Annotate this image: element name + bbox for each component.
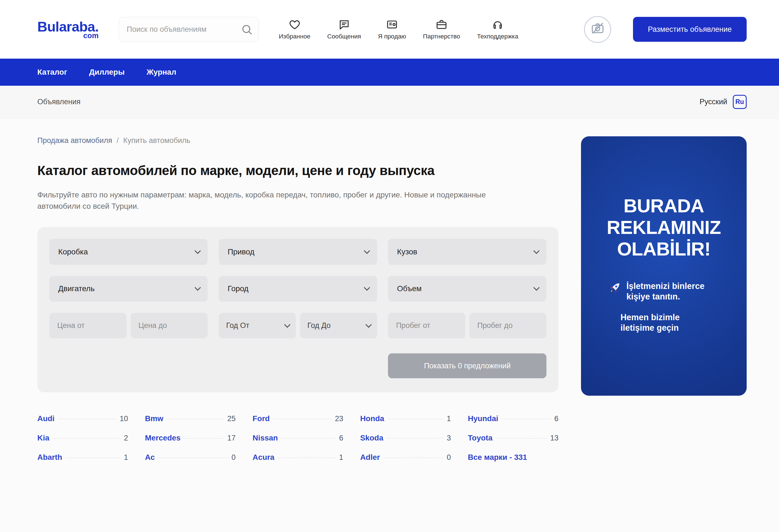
- main-nav: Каталог Диллеры Журнал: [0, 59, 779, 85]
- logo[interactable]: Bularaba. com: [37, 18, 99, 40]
- mileage-from-input[interactable]: [388, 313, 465, 339]
- brands-grid: Audi10 Bmw25 Ford23 Honda1 Hyundai6 Kia2…: [37, 414, 558, 462]
- header-item-support[interactable]: Техподдержка: [477, 18, 518, 40]
- brand-link-acura[interactable]: Acura1: [252, 453, 343, 462]
- brand-link-ac[interactable]: Ac0: [145, 453, 236, 462]
- banner-bullets: İşletmenizi binlerce kişiye tanıtın. Hem…: [593, 281, 735, 333]
- chevron-down-icon: [194, 248, 201, 254]
- brand-link-ford[interactable]: Ford23: [252, 414, 343, 423]
- brand-link-honda[interactable]: Honda1: [360, 414, 451, 423]
- header-item-partnership[interactable]: Партнерство: [423, 18, 460, 40]
- chevron-down-icon: [284, 321, 290, 328]
- volume-select[interactable]: Объем: [388, 276, 546, 302]
- breadcrumb: Продажа автомобиля / Купить автомобиль: [37, 136, 558, 145]
- engine-select[interactable]: Двигатель: [49, 276, 208, 302]
- language-switcher[interactable]: Русский Ru: [700, 95, 746, 109]
- brand-link-adler[interactable]: Adler0: [360, 453, 451, 462]
- brand-link-skoda[interactable]: Skoda3: [360, 433, 451, 442]
- brand-link-abarth[interactable]: Abarth1: [37, 453, 128, 462]
- brand-link-bmw[interactable]: Bmw25: [145, 414, 236, 423]
- brand-name: Ac: [145, 453, 155, 462]
- year-to-label: Год До: [307, 321, 331, 330]
- year-range: Год От Год До: [219, 313, 377, 339]
- brand-count: 2: [124, 434, 128, 442]
- brand-name: Toyota: [468, 433, 492, 442]
- brand-count: 0: [232, 453, 236, 462]
- chevron-down-icon: [364, 248, 370, 254]
- subnav-ads-label[interactable]: Объявления: [37, 98, 80, 106]
- city-select-label: Город: [228, 284, 248, 293]
- brand-count: 1: [124, 453, 128, 462]
- main-area: Продажа автомобиля / Купить автомобиль К…: [0, 118, 779, 481]
- search-box: [119, 17, 259, 42]
- mileage-to-input[interactable]: [469, 313, 546, 339]
- breadcrumb-link-sale[interactable]: Продажа автомобиля: [37, 136, 112, 145]
- headset-icon: [492, 18, 503, 31]
- language-label: Русский: [700, 98, 727, 106]
- mileage-range: [388, 313, 546, 339]
- nav-item-dealers[interactable]: Диллеры: [89, 68, 124, 76]
- heart-icon: [289, 18, 301, 31]
- brand-link-nissan[interactable]: Nissan6: [252, 433, 343, 442]
- all-brands-link[interactable]: Все марки - 331: [468, 453, 558, 462]
- filter-row-1: Коробка Привод Кузов: [49, 239, 546, 265]
- brand-name: Mercedes: [145, 433, 181, 442]
- engine-select-label: Двигатель: [58, 284, 95, 293]
- dotted-leader: [387, 438, 443, 438]
- brand-name: Adler: [360, 453, 380, 462]
- price-to-input[interactable]: [130, 313, 208, 339]
- filter-panel: Коробка Привод Кузов Двигатель Город Объ…: [37, 227, 558, 392]
- gearbox-select[interactable]: Коробка: [49, 239, 208, 265]
- chevron-down-icon: [533, 285, 540, 291]
- breadcrumb-separator: /: [117, 136, 119, 145]
- brand-name: Audi: [37, 414, 55, 423]
- dotted-leader: [158, 457, 228, 458]
- brand-link-hyundai[interactable]: Hyundai6: [468, 414, 558, 423]
- brand-name: Acura: [252, 453, 274, 462]
- avatar[interactable]: [584, 16, 611, 43]
- brand-count: 6: [554, 414, 558, 423]
- brand-link-audi[interactable]: Audi10: [37, 414, 128, 423]
- brand-count: 23: [335, 414, 343, 423]
- brand-count: 1: [446, 414, 451, 423]
- brand-link-mercedes[interactable]: Mercedes17: [145, 433, 236, 442]
- year-from-label: Год От: [226, 321, 249, 330]
- header-item-label: Я продаю: [378, 33, 406, 40]
- logo-domain: com: [83, 32, 99, 40]
- header-item-favorites[interactable]: Избранное: [279, 18, 310, 40]
- header-quick-nav: Избранное Сообщения Я продаю Партнерство: [279, 18, 518, 40]
- brand-name: Kia: [37, 433, 49, 442]
- header-item-selling[interactable]: Я продаю: [378, 18, 406, 40]
- brand-link-kia[interactable]: Kia2: [37, 433, 128, 442]
- brand-link-toyota[interactable]: Toyota13: [468, 433, 558, 442]
- post-ad-button[interactable]: Разместить объявление: [633, 17, 746, 42]
- brand-name: Hyundai: [468, 414, 498, 423]
- ad-banner[interactable]: BURADA REKLAMINIZ OLABİLİR! İşletmenizi …: [581, 136, 746, 396]
- year-from-select[interactable]: Год От: [219, 313, 296, 339]
- search-icon[interactable]: [241, 23, 253, 36]
- body-select[interactable]: Кузов: [388, 239, 546, 265]
- banner-title-line: REKLAMINIZ: [593, 217, 735, 238]
- page-title: Каталог автомобилей по марке, модели, це…: [37, 163, 558, 178]
- brand-name: Ford: [252, 414, 269, 423]
- price-from-input[interactable]: [49, 313, 126, 339]
- dotted-leader: [53, 438, 120, 438]
- subnav: Объявления Русский Ru: [0, 86, 779, 119]
- top-header: Bularaba. com Избранное Сообщения: [0, 0, 779, 59]
- header-item-messages[interactable]: Сообщения: [327, 18, 361, 40]
- brand-count: 13: [550, 434, 558, 442]
- search-input[interactable]: [119, 17, 259, 42]
- filter-actions: Показать 0 предложений: [49, 353, 546, 378]
- nav-item-catalog[interactable]: Каталог: [37, 68, 67, 76]
- rocket-icon: [609, 282, 621, 294]
- dotted-leader: [496, 438, 547, 438]
- show-offers-button[interactable]: Показать 0 предложений: [388, 353, 546, 378]
- body-select-label: Кузов: [397, 247, 417, 256]
- breadcrumb-link-buy[interactable]: Купить автомобиль: [123, 136, 190, 145]
- drive-select[interactable]: Привод: [219, 239, 377, 265]
- brand-name: Skoda: [360, 433, 383, 442]
- city-select[interactable]: Город: [219, 276, 377, 302]
- year-to-select[interactable]: Год До: [300, 313, 377, 339]
- brand-count: 0: [446, 453, 451, 462]
- nav-item-journal[interactable]: Журнал: [146, 68, 176, 76]
